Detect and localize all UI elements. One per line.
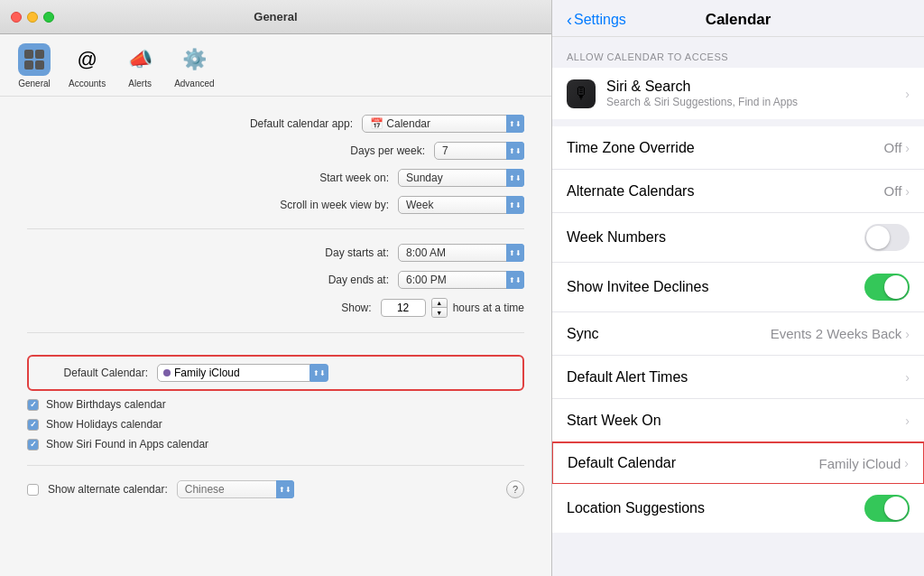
days-per-week-select[interactable]: 7 (434, 142, 524, 160)
invitee-content: Show Invitee Declines (567, 279, 864, 295)
days-per-week-row: Days per week: 7 ▲▼ (27, 142, 524, 160)
sync-row[interactable]: Sync Events 2 Weeks Back › (552, 312, 924, 356)
sync-right: Events 2 Weeks Back › (771, 326, 910, 341)
alternate-cal-right: Off › (884, 183, 910, 199)
default-app-select[interactable]: 📅 Calendar (362, 115, 524, 133)
default-calendar-ios-title: Default Calendar (568, 455, 818, 471)
invitee-toggle[interactable] (864, 274, 910, 301)
svg-rect-3 (35, 60, 44, 70)
sync-value: Events 2 Weeks Back (771, 326, 902, 341)
family-dot-icon (163, 369, 171, 376)
default-alert-row[interactable]: Default Alert Times › (552, 356, 924, 399)
accounts-icon: @ (71, 43, 104, 76)
alternate-calendars-row[interactable]: Alternate Calendars Off › (552, 170, 924, 213)
siri-search-row[interactable]: 🎙 Siri & Search Search & Siri Suggestion… (552, 68, 924, 119)
scroll-week-row: Scroll in week view by: Week ▲▼ (27, 196, 524, 214)
day-ends-select[interactable]: 6:00 PM (398, 271, 524, 289)
toolbar-item-general[interactable]: General (18, 43, 51, 88)
default-app-select-wrapper: 📅 Calendar ▲▼ (362, 115, 524, 133)
invitee-right (864, 274, 910, 301)
start-week-ios-row[interactable]: Start Week On › (552, 399, 924, 442)
week-numbers-knob (866, 226, 890, 249)
checkbox-holidays-row: Show Holidays calendar (27, 418, 524, 431)
scroll-week-select-wrapper: Week ▲▼ (398, 196, 524, 214)
day-starts-label: Day starts at: (245, 246, 389, 259)
day-starts-row: Day starts at: 8:00 AM ▲▼ (27, 244, 524, 262)
general-label: General (18, 79, 51, 88)
maximize-button[interactable] (43, 12, 54, 23)
default-alert-chevron-icon: › (905, 370, 910, 385)
start-week-select[interactable]: Sunday (398, 169, 524, 187)
back-button[interactable]: ‹ Settings (567, 11, 626, 30)
birthdays-checkbox[interactable] (27, 399, 39, 411)
default-alert-content: Default Alert Times (567, 369, 905, 386)
alternate-cal-value: Off (884, 183, 902, 199)
time-zone-title: Time Zone Override (567, 140, 884, 156)
default-calendar-ios-row[interactable]: Default Calendar Family iCloud › (552, 441, 924, 485)
scroll-week-select[interactable]: Week (398, 196, 524, 214)
checkboxes-section: Show Birthdays calendar Show Holidays ca… (27, 398, 524, 466)
time-zone-row[interactable]: Time Zone Override Off › (552, 126, 924, 170)
siri-right: › (905, 87, 910, 101)
default-calendar-ios-right: Family iCloud › (818, 456, 909, 471)
minimize-button[interactable] (27, 12, 38, 23)
help-button[interactable]: ? (506, 480, 524, 498)
start-week-ios-chevron-icon: › (905, 413, 910, 428)
week-numbers-toggle[interactable] (864, 224, 910, 251)
alternate-cal-content: Alternate Calendars (567, 183, 884, 200)
alternate-select[interactable]: Chinese (177, 480, 294, 498)
default-calendar-ios-value: Family iCloud (818, 456, 901, 471)
toolbar-item-advanced[interactable]: ⚙️ Advanced (174, 43, 214, 88)
time-zone-chevron-icon: › (905, 141, 910, 155)
siri-found-checkbox[interactable] (27, 439, 39, 451)
siri-found-label: Show Siri Found in Apps calendar (46, 438, 208, 451)
siri-row-content: Siri & Search Search & Siri Suggestions,… (606, 79, 905, 108)
location-right (864, 495, 910, 522)
location-suggestions-row[interactable]: Location Suggestions (552, 484, 924, 533)
default-calendar-value: Family iCloud (174, 367, 320, 379)
default-alert-title: Default Alert Times (567, 369, 905, 386)
section-display: Default calendar app: 📅 Calendar ▲▼ Days… (27, 115, 524, 229)
general-icon (18, 43, 51, 76)
alerts-icon: 📣 (124, 43, 156, 76)
alternate-checkbox[interactable] (27, 484, 39, 496)
toolbar: General @ Accounts 📣 Alerts ⚙️ Advanced (0, 34, 551, 97)
accounts-label: Accounts (69, 79, 106, 88)
hours-stepper: ▲ ▼ hours at a time (381, 298, 524, 318)
invitee-declines-row[interactable]: Show Invitee Declines (552, 263, 924, 312)
location-knob (884, 497, 908, 520)
location-toggle[interactable] (864, 495, 910, 522)
days-per-week-label: Days per week: (281, 144, 425, 157)
holidays-checkbox[interactable] (27, 419, 39, 431)
start-week-ios-right: › (905, 413, 910, 428)
stepper-down-button[interactable]: ▼ (432, 308, 447, 317)
toolbar-item-accounts[interactable]: @ Accounts (69, 43, 106, 88)
show-label: Show: (227, 302, 372, 314)
alternate-select-wrapper: Chinese ▲▼ (177, 480, 294, 498)
invitee-knob (884, 275, 908, 299)
back-chevron-icon: ‹ (567, 11, 572, 30)
default-cal-arrows: ▲ ▼ (310, 365, 328, 381)
week-numbers-right (864, 224, 910, 251)
default-calendar-label: Default Calendar: (40, 367, 148, 379)
siri-title: Siri & Search (606, 79, 905, 95)
alternate-calendar-row: Show alternate calendar: Chinese ▲▼ (27, 480, 294, 498)
time-zone-right: Off › (884, 140, 910, 155)
hours-at-time-label: hours at a time (453, 302, 524, 314)
toolbar-item-alerts[interactable]: 📣 Alerts (124, 43, 156, 88)
day-starts-select-wrapper: 8:00 AM ▲▼ (398, 244, 524, 262)
advanced-icon: ⚙️ (178, 43, 210, 76)
hours-input[interactable] (381, 299, 426, 317)
alternate-label: Show alternate calendar: (48, 483, 168, 496)
day-starts-select[interactable]: 8:00 AM (398, 244, 524, 262)
week-numbers-row[interactable]: Week Numbers (552, 213, 924, 263)
stepper-up-button[interactable]: ▲ (432, 299, 447, 308)
mac-preferences-panel: General General @ Accounts 📣 Alerts (0, 0, 552, 576)
ios-page-title: Calendar (706, 11, 772, 29)
scroll-week-label: Scroll in week view by: (245, 199, 389, 211)
traffic-lights (11, 12, 54, 23)
location-title: Location Suggestions (567, 500, 864, 516)
location-content: Location Suggestions (567, 500, 864, 516)
close-button[interactable] (11, 12, 22, 23)
default-calendar-ios-chevron-icon: › (904, 456, 909, 470)
